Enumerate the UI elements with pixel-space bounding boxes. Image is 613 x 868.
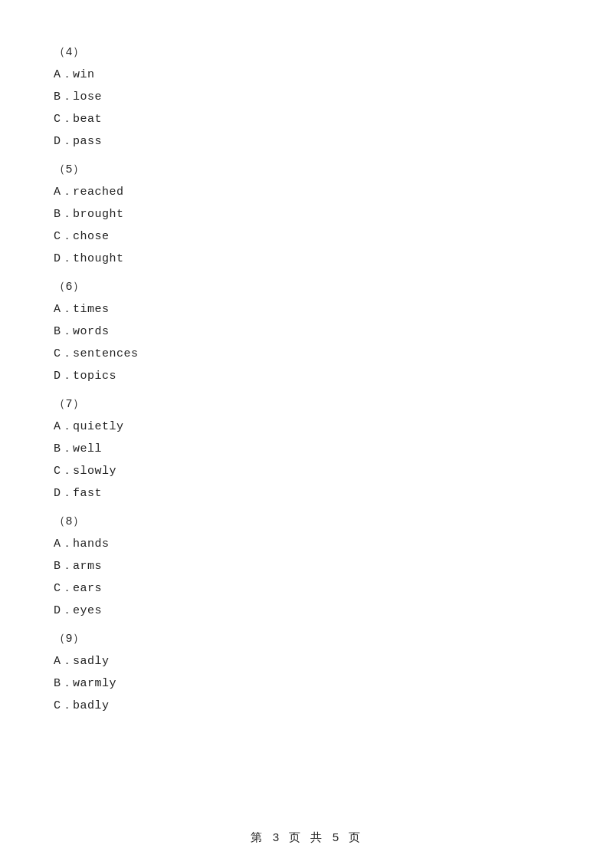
- option-q7-1: B．well: [54, 441, 559, 455]
- option-q6-0: A．times: [54, 301, 559, 316]
- option-q4-3: D．pass: [54, 133, 559, 148]
- option-q4-0: A．win: [54, 67, 559, 81]
- main-content: （4）A．winB．loseC．beatD．pass（5）A．reachedB．…: [0, 0, 613, 766]
- option-q8-2: C．ears: [54, 580, 559, 595]
- page-footer: 第 3 页 共 5 页: [0, 830, 613, 845]
- question-number-q8: （8）: [54, 514, 559, 528]
- option-q4-1: B．lose: [54, 89, 559, 104]
- option-q7-0: A．quietly: [54, 419, 559, 433]
- option-q5-1: B．brought: [54, 206, 559, 221]
- option-q5-0: A．reached: [54, 184, 559, 199]
- question-number-q7: （7）: [54, 396, 559, 411]
- option-q7-3: D．fast: [54, 485, 559, 500]
- option-q9-2: C．badly: [54, 698, 559, 712]
- option-q6-2: C．sentences: [54, 346, 559, 360]
- option-q6-3: D．topics: [54, 368, 559, 383]
- option-q9-1: B．warmly: [54, 676, 559, 690]
- option-q7-2: C．slowly: [54, 463, 559, 478]
- question-number-q5: （5）: [54, 162, 559, 176]
- option-q8-0: A．hands: [54, 536, 559, 551]
- option-q9-0: A．sadly: [54, 653, 559, 668]
- question-number-q4: （4）: [54, 44, 559, 59]
- footer-text: 第 3 页 共 5 页: [251, 832, 362, 845]
- option-q6-1: B．words: [54, 324, 559, 338]
- question-number-q6: （6）: [54, 279, 559, 294]
- option-q8-3: D．eyes: [54, 603, 559, 617]
- option-q5-3: D．thought: [54, 251, 559, 265]
- option-q4-2: C．beat: [54, 111, 559, 126]
- option-q8-1: B．arms: [54, 558, 559, 573]
- option-q5-2: C．chose: [54, 229, 559, 243]
- question-number-q9: （9）: [54, 631, 559, 646]
